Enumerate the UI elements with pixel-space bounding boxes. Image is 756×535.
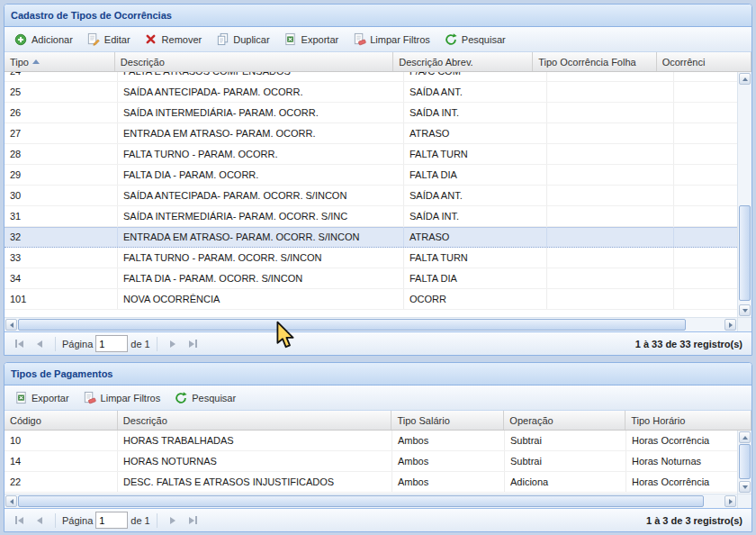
duplicar-label: Duplicar <box>233 34 269 45</box>
exportar-button[interactable]: Exportar <box>278 30 345 50</box>
last-page-button[interactable] <box>184 512 202 530</box>
limpar-filtros-button[interactable]: Limpar Filtros <box>77 388 166 408</box>
horizontal-scroll-thumb[interactable] <box>18 495 704 507</box>
table-row[interactable]: 34FALTA DIA - PARAM. OCORR. S/INCONFALTA… <box>4 268 737 289</box>
editar-button[interactable]: Editar <box>81 30 136 50</box>
prev-page-button[interactable] <box>31 512 49 530</box>
next-page-button[interactable] <box>164 335 182 353</box>
table-row[interactable]: 14HORAS NOTURNASAmbosSubtraiHoras Noturn… <box>4 451 737 472</box>
table-row[interactable]: 30SAÍDA ANTECIPADA- PARAM. OCORR. S/INCO… <box>4 186 737 206</box>
table-row[interactable]: 25SAÍDA ANTECIPADA- PARAM. OCORR.SAÍDA A… <box>4 82 737 103</box>
cell-codigo: 10 <box>4 431 118 450</box>
page-number-input[interactable] <box>95 512 128 529</box>
search-icon <box>174 391 188 405</box>
vertical-scroll-thumb[interactable] <box>739 444 751 479</box>
scroll-left-button[interactable] <box>5 495 17 507</box>
pagamentos-title: Tipos de Pagamentos <box>11 368 113 379</box>
ocorrencias-column-headers: Tipo Descrição Descrição Abrev. Tipo Oco… <box>4 52 752 72</box>
pesquisar-button[interactable]: Pesquisar <box>168 388 241 408</box>
cell-operacao: Adiciona <box>505 472 626 492</box>
horizontal-scrollbar[interactable] <box>4 317 737 331</box>
cell-abrev: FALTA DIA <box>404 268 547 288</box>
remover-button[interactable]: Remover <box>139 30 208 50</box>
cell-abrev: ATRASO <box>404 227 547 247</box>
next-page-button[interactable] <box>164 512 182 530</box>
cell-tipo-salario: Ambos <box>392 472 505 492</box>
exportar-button[interactable]: Exportar <box>8 388 75 408</box>
vertical-scrollbar[interactable] <box>737 431 752 494</box>
column-header-descricao-abrev[interactable]: Descrição Abrev. <box>393 52 533 71</box>
limpar-filtros-button[interactable]: Limpar Filtros <box>346 30 436 50</box>
cell-tipo: 32 <box>4 227 118 247</box>
limpar-filtros-label: Limpar Filtros <box>101 393 161 404</box>
cell-ocorr <box>674 103 737 122</box>
horizontal-scrollbar[interactable] <box>4 494 737 508</box>
pesquisar-button[interactable]: Pesquisar <box>438 30 511 50</box>
column-header-descricao[interactable]: Descrição <box>115 52 393 71</box>
scroll-left-button[interactable] <box>5 319 17 331</box>
pagina-label: Página <box>62 515 93 526</box>
paging-separator <box>157 513 158 528</box>
cell-tipo: 30 <box>4 186 118 205</box>
cell-folha <box>547 227 674 247</box>
cell-descricao: ENTRADA EM ATRASO- PARAM. OCORR. <box>118 123 404 143</box>
table-row[interactable]: 26SAÍDA INTERMEDIÁRIA- PARAM. OCORR.SAÍD… <box>4 103 737 123</box>
cell-descricao: DESC. FALTAS E ATRASOS INJUSTIFICADOS <box>118 472 392 492</box>
cell-abrev: FALTA TURN <box>404 144 547 164</box>
column-header-operacao[interactable]: Operação <box>504 411 626 430</box>
column-header-tipo-salario[interactable]: Tipo Salário <box>392 411 504 430</box>
table-row[interactable]: 28FALTA TURNO - PARAM. OCORR.FALTA TURN <box>4 144 737 165</box>
cell-tipo: 101 <box>4 289 118 309</box>
column-header-tipo-horario[interactable]: Tipo Horário <box>626 411 752 430</box>
cell-ocorr <box>674 72 737 81</box>
column-header-ocorrencia[interactable]: Ocorrênci <box>657 52 752 71</box>
table-row[interactable]: 27ENTRADA EM ATRASO- PARAM. OCORR.ATRASO <box>4 123 737 144</box>
scroll-up-button[interactable] <box>739 431 751 443</box>
cell-tipo-salario: Ambos <box>392 431 505 450</box>
column-header-tipo[interactable]: Tipo <box>4 52 115 71</box>
table-row[interactable]: 29FALTA DIA - PARAM. OCORR.FALTA DIA <box>4 165 737 186</box>
table-row[interactable]: 10HORAS TRABALHADASAmbosSubtraiHoras Oco… <box>4 431 737 451</box>
first-page-button[interactable] <box>10 335 28 353</box>
duplicar-button[interactable]: Duplicar <box>210 30 274 50</box>
table-row[interactable]: 22DESC. FALTAS E ATRASOS INJUSTIFICADOSA… <box>4 472 737 493</box>
cell-ocorr <box>674 144 737 164</box>
scroll-down-button[interactable] <box>739 304 751 316</box>
table-row[interactable]: 101NOVA OCORRÊNCIAOCORR <box>4 289 737 310</box>
horizontal-scroll-thumb[interactable] <box>18 319 686 331</box>
vertical-scroll-thumb[interactable] <box>739 205 751 301</box>
cell-descricao: SAÍDA ANTECIPADA- PARAM. OCORR. S/INCON <box>118 186 404 205</box>
table-row[interactable]: 31SAÍDA INTERMEDIÁRIA- PARAM. OCORR. S/I… <box>4 206 737 227</box>
cell-tipo: 33 <box>4 248 118 268</box>
pagamentos-toolbar: Exportar Limpar Filtros Pesquisar <box>4 385 752 411</box>
scroll-right-button[interactable] <box>724 495 736 507</box>
prev-page-button[interactable] <box>31 335 49 353</box>
last-page-button[interactable] <box>184 335 202 353</box>
cell-abrev: OCORR <box>404 289 547 309</box>
table-row[interactable]: 24FALTA E ATRASOS COMPENSADOSF/A/C COM <box>4 72 737 82</box>
clear-filters-icon <box>352 32 366 47</box>
first-page-button[interactable] <box>10 512 28 530</box>
cell-abrev: FALTA TURN <box>404 248 547 268</box>
pesquisar-label: Pesquisar <box>192 393 236 404</box>
cell-operacao: Subtrai <box>505 451 626 471</box>
cell-folha <box>547 144 674 164</box>
scroll-down-button[interactable] <box>739 481 751 493</box>
adicionar-button[interactable]: Adicionar <box>8 30 78 50</box>
scroll-up-button[interactable] <box>739 73 751 85</box>
paging-separator <box>157 337 158 351</box>
cell-tipo-horario: Horas Ocorrência <box>626 472 737 492</box>
scroll-right-button[interactable] <box>724 319 736 331</box>
pagamentos-panel: Tipos de Pagamentos Exportar Limpar Filt… <box>4 362 752 532</box>
cell-tipo: 26 <box>4 103 118 122</box>
ocorrencias-toolbar: Adicionar Editar Remover Duplicar Export… <box>4 27 752 52</box>
cell-descricao: NOVA OCORRÊNCIA <box>118 289 404 309</box>
table-row[interactable]: 33FALTA TURNO - PARAM. OCORR. S/INCONFAL… <box>4 248 737 268</box>
table-row-selected[interactable]: 32ENTRADA EM ATRASO- PARAM. OCORR. S/INC… <box>4 227 737 248</box>
vertical-scrollbar[interactable] <box>737 72 752 317</box>
page-number-input[interactable] <box>95 335 128 352</box>
column-header-descricao[interactable]: Descrição <box>118 411 392 430</box>
column-header-tipo-ocorrencia-folha[interactable]: Tipo Ocorrência Folha <box>533 52 656 71</box>
pagamentos-grid: 10HORAS TRABALHADASAmbosSubtraiHoras Oco… <box>4 431 752 508</box>
column-header-codigo[interactable]: Código <box>4 411 118 430</box>
